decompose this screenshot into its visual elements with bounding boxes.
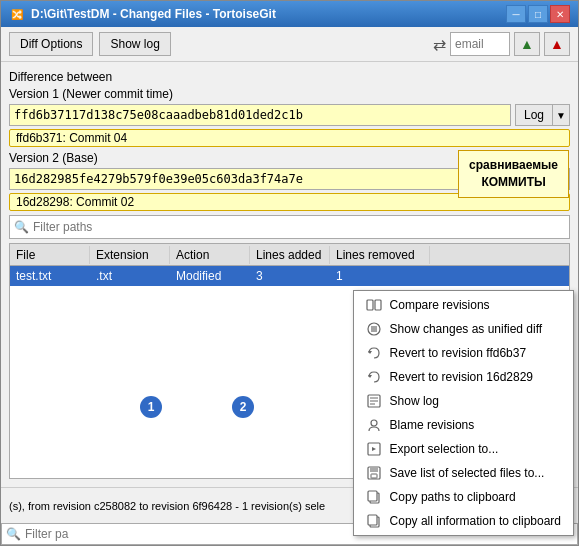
unified-diff-icon bbox=[366, 321, 382, 337]
column-header-lines-removed[interactable]: Lines removed bbox=[330, 246, 430, 264]
file-cell-lines-removed: 1 bbox=[330, 267, 430, 285]
svg-rect-16 bbox=[371, 474, 377, 478]
window-title: D:\Git\TestDM - Changed Files - Tortoise… bbox=[31, 7, 276, 21]
toolbar-right: ⇄ ▲ ▲ bbox=[433, 32, 570, 56]
context-menu-blame[interactable]: Blame revisions bbox=[354, 413, 573, 437]
nav-up-button[interactable]: ▲ bbox=[514, 32, 540, 56]
maximize-button[interactable]: □ bbox=[528, 5, 548, 23]
version1-commit-tag: ffd6b371: Commit 04 bbox=[9, 129, 570, 147]
diff-options-button[interactable]: Diff Options bbox=[9, 32, 93, 56]
context-menu-show-log[interactable]: Show log bbox=[354, 389, 573, 413]
column-header-extension[interactable]: Extension bbox=[90, 246, 170, 264]
save-list-label: Save list of selected files to... bbox=[390, 466, 545, 480]
file-cell-action: Modified bbox=[170, 267, 250, 285]
svg-rect-15 bbox=[370, 467, 378, 472]
copy-paths-label: Copy paths to clipboard bbox=[390, 490, 516, 504]
badge-1: 1 bbox=[140, 396, 162, 418]
context-menu-export[interactable]: Export selection to... bbox=[354, 437, 573, 461]
log-dropdown-button[interactable]: ▼ bbox=[552, 104, 570, 126]
swap-icon: ⇄ bbox=[433, 35, 446, 54]
svg-rect-18 bbox=[368, 491, 377, 501]
annotation-line1: сравниваемые bbox=[469, 157, 558, 174]
copy-all-icon bbox=[366, 513, 382, 529]
show-log-button[interactable]: Show log bbox=[99, 32, 170, 56]
annotation-line2: КОММИТЫ bbox=[469, 174, 558, 191]
version2-hash-input[interactable] bbox=[9, 168, 472, 190]
minimize-button[interactable]: ─ bbox=[506, 5, 526, 23]
context-menu: Compare revisions Show changes as unifie… bbox=[353, 290, 574, 536]
table-row[interactable]: test.txt .txt Modified 3 1 bbox=[10, 266, 569, 286]
column-header-action[interactable]: Action bbox=[170, 246, 250, 264]
title-bar: 🔀 D:\Git\TestDM - Changed Files - Tortoi… bbox=[1, 1, 578, 27]
show-log-icon bbox=[366, 393, 382, 409]
version1-label: Version 1 (Newer commit time) bbox=[9, 87, 570, 101]
context-menu-revert-ffd[interactable]: Revert to revision ffd6b37 bbox=[354, 341, 573, 365]
log-btn-group: Log ▼ bbox=[515, 104, 570, 126]
badges-container: 1 2 bbox=[140, 396, 254, 418]
window-icon: 🔀 bbox=[9, 6, 25, 22]
copy-paths-icon bbox=[366, 489, 382, 505]
filter-section: 🔍 bbox=[9, 215, 570, 239]
svg-rect-0 bbox=[367, 300, 373, 310]
export-icon bbox=[366, 441, 382, 457]
context-menu-revert-16d[interactable]: Revert to revision 16d2829 bbox=[354, 365, 573, 389]
log-button[interactable]: Log bbox=[515, 104, 552, 126]
file-list-header: File Extension Action Lines added Lines … bbox=[10, 244, 569, 266]
svg-point-12 bbox=[371, 420, 377, 426]
email-input[interactable] bbox=[450, 32, 510, 56]
save-list-icon bbox=[366, 465, 382, 481]
show-log-label: Show log bbox=[390, 394, 439, 408]
nav-down-button[interactable]: ▲ bbox=[544, 32, 570, 56]
revert-16d-label: Revert to revision 16d2829 bbox=[390, 370, 533, 384]
revert-ffd-icon bbox=[366, 345, 382, 361]
svg-rect-1 bbox=[375, 300, 381, 310]
svg-rect-20 bbox=[368, 515, 377, 525]
column-header-lines-added[interactable]: Lines added bbox=[250, 246, 330, 264]
column-header-file[interactable]: File bbox=[10, 246, 90, 264]
filter-input[interactable] bbox=[33, 220, 565, 234]
blame-icon bbox=[366, 417, 382, 433]
toolbar: Diff Options Show log ⇄ ▲ ▲ bbox=[1, 27, 578, 62]
file-cell-extension: .txt bbox=[90, 267, 170, 285]
file-cell-lines-added: 3 bbox=[250, 267, 330, 285]
difference-between-label: Difference between bbox=[9, 70, 570, 84]
context-menu-unified-diff[interactable]: Show changes as unified diff bbox=[354, 317, 573, 341]
window-controls: ─ □ ✕ bbox=[506, 5, 570, 23]
badge-2: 2 bbox=[232, 396, 254, 418]
filter-search-icon: 🔍 bbox=[14, 220, 29, 234]
version1-input-row: Log ▼ bbox=[9, 104, 570, 126]
context-menu-compare-revisions[interactable]: Compare revisions bbox=[354, 293, 573, 317]
compare-revisions-icon bbox=[366, 297, 382, 313]
export-label: Export selection to... bbox=[390, 442, 499, 456]
revert-16d-icon bbox=[366, 369, 382, 385]
version1-hash-input[interactable] bbox=[9, 104, 511, 126]
context-menu-copy-paths[interactable]: Copy paths to clipboard bbox=[354, 485, 573, 509]
copy-all-label: Copy all information to clipboard bbox=[390, 514, 561, 528]
bottom-search-icon: 🔍 bbox=[6, 527, 21, 541]
revert-ffd-label: Revert to revision ffd6b37 bbox=[390, 346, 527, 360]
compare-revisions-label: Compare revisions bbox=[390, 298, 490, 312]
context-menu-save-list[interactable]: Save list of selected files to... bbox=[354, 461, 573, 485]
annotation-box: сравниваемые КОММИТЫ bbox=[458, 150, 569, 198]
context-menu-copy-all[interactable]: Copy all information to clipboard bbox=[354, 509, 573, 533]
close-button[interactable]: ✕ bbox=[550, 5, 570, 23]
blame-label: Blame revisions bbox=[390, 418, 475, 432]
version1-section: Difference between Version 1 (Newer comm… bbox=[9, 70, 570, 147]
file-cell-name: test.txt bbox=[10, 267, 90, 285]
unified-diff-label: Show changes as unified diff bbox=[390, 322, 543, 336]
